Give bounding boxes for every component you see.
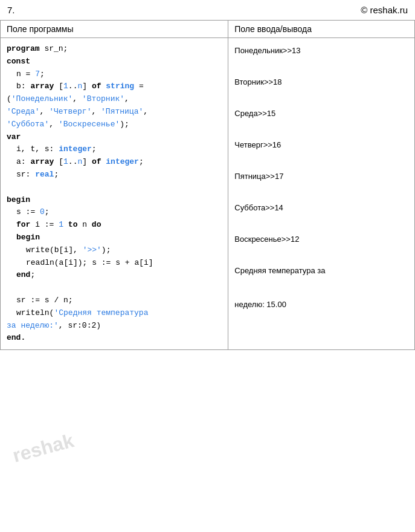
code-line-15: for i := 1 to n do	[7, 219, 222, 232]
problem-number: 7.	[7, 5, 15, 15]
code-line-8: var	[7, 131, 222, 144]
code-line-9: i, t, s: integer;	[7, 143, 222, 156]
col2-header: Поле ввода/вывода	[228, 21, 415, 38]
code-line-6: 'Среда', 'Четверг', 'Пятница',	[7, 106, 222, 118]
output-line-15: Средняя температура за	[234, 263, 408, 279]
output-line-1: Понедельник>>13	[234, 43, 408, 59]
code-line-20	[7, 282, 222, 294]
output-line-12	[234, 216, 408, 232]
output-line-10	[234, 184, 408, 200]
code-line-3: n = 7;	[7, 68, 222, 81]
code-line-2: const	[7, 56, 222, 68]
output-line-8	[234, 153, 408, 169]
code-line-21: sr := s / n;	[7, 294, 222, 307]
main-table: Поле программы Поле ввода/вывода program…	[0, 20, 415, 350]
output-line-11: Суббота>>14	[234, 200, 408, 216]
code-line-13: begin	[7, 194, 222, 207]
code-line-12	[7, 181, 222, 194]
output-line-4	[234, 90, 408, 106]
code-line-19: end;	[7, 269, 222, 282]
output-line-13: Воскресенье>>12	[234, 232, 408, 247]
code-line-23: за неделю:', sr:0:2)	[7, 320, 222, 332]
output-panel: Понедельник>>13 Вторник>>18 Среда>>15 Че…	[228, 38, 415, 350]
output-line-2	[234, 59, 408, 74]
code-line-4: b: array [1..n] of string =	[7, 80, 222, 93]
code-line-5: ('Понедельник', 'Вторник',	[7, 93, 222, 106]
code-line-18: readln(a[i]); s := s + a[i]	[7, 257, 222, 270]
code-line-10: a: array [1..n] of integer;	[7, 156, 222, 169]
output-line-6	[234, 122, 408, 137]
code-line-14: s := 0;	[7, 206, 222, 219]
code-line-7: 'Суббота', 'Воскресенье');	[7, 118, 222, 131]
code-line-22: writeln('Средняя температура	[7, 307, 222, 320]
brand: © reshak.ru	[361, 5, 408, 15]
output-line-17: неделю: 15.00	[234, 297, 408, 313]
output-line-5: Среда>>15	[234, 106, 408, 122]
code-panel: program sr_n; const n = 7; b: array [1..…	[1, 38, 228, 350]
code-line-17: write(b[i], '>>');	[7, 244, 222, 257]
output-line-16	[234, 279, 408, 294]
code-line-16: begin	[7, 232, 222, 244]
code-line-11: sr: real;	[7, 169, 222, 181]
code-line-24: end.	[7, 332, 222, 345]
output-line-14	[234, 247, 408, 263]
col1-header: Поле программы	[1, 21, 228, 38]
output-line-3: Вторник>>18	[234, 74, 408, 90]
output-line-7: Четверг>>16	[234, 137, 408, 153]
watermark: reshak	[10, 429, 76, 467]
code-line-1: program sr_n;	[7, 43, 222, 56]
output-line-9: Пятница>>17	[234, 169, 408, 184]
page-header: 7. © reshak.ru	[0, 0, 415, 20]
